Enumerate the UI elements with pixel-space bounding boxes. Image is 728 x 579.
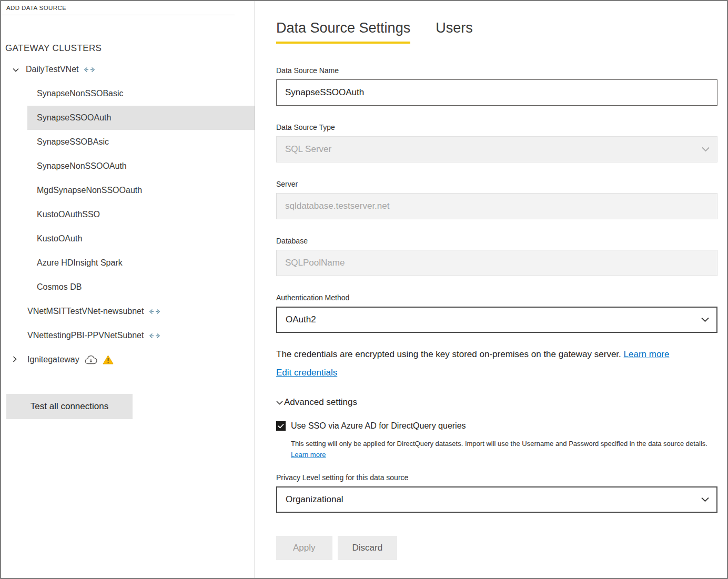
cluster-vnettestingpbi[interactable]: VNettestingPBI-PPVNetSubnet xyxy=(1,323,255,348)
edit-credentials-link[interactable]: Edit credentials xyxy=(276,368,337,378)
datasource-item[interactable]: MgdSynapseNonSSOOauth xyxy=(1,178,255,202)
sso-learn-more-link[interactable]: Learn more xyxy=(291,451,326,459)
privacy-level-select[interactable]: Organizational xyxy=(276,486,717,513)
data-source-settings-panel: Data Source Settings Users Data Source N… xyxy=(255,1,727,578)
chevron-down-icon xyxy=(13,65,19,74)
data-source-type-label: Data Source Type xyxy=(276,123,717,132)
cluster-label: VNettestingPBI-PPVNetSubnet xyxy=(27,331,144,340)
field-database: Database xyxy=(276,236,717,276)
auth-method-value: OAuth2 xyxy=(286,314,316,325)
chevron-down-icon xyxy=(701,318,709,322)
check-icon xyxy=(278,423,284,429)
server-label: Server xyxy=(276,179,717,189)
cluster-ignitegateway[interactable]: Ignitegateway xyxy=(1,348,255,372)
chevron-down-icon xyxy=(276,401,283,405)
datasource-item[interactable]: SynapseSSOBAsic xyxy=(1,130,255,154)
tab-data-source-settings[interactable]: Data Source Settings xyxy=(276,20,410,44)
warning-icon xyxy=(103,355,114,364)
gateway-clusters-heading: GATEWAY CLUSTERS xyxy=(5,43,255,54)
cluster-dailytestvnet[interactable]: DailyTestVNet xyxy=(1,57,255,82)
datasource-item[interactable]: SynapseNonSSOOAuth xyxy=(1,154,255,178)
field-privacy-level: Privacy Level setting for this data sour… xyxy=(276,473,717,513)
database-label: Database xyxy=(276,236,717,246)
vnet-double-arrow-icon xyxy=(149,333,160,339)
datasource-label: KustoOAuthSSO xyxy=(37,210,100,219)
privacy-level-value: Organizational xyxy=(286,494,343,505)
credentials-note-text: The credentials are encrypted using the … xyxy=(276,349,621,359)
datasource-item[interactable]: KustoOAuthSSO xyxy=(1,202,255,227)
tab-users[interactable]: Users xyxy=(436,20,473,44)
discard-button[interactable]: Discard xyxy=(338,536,398,560)
data-source-name-label: Data Source Name xyxy=(276,66,717,75)
auth-method-select[interactable]: OAuth2 xyxy=(276,307,717,333)
learn-more-link[interactable]: Learn more xyxy=(624,349,670,359)
credentials-note: The credentials are encrypted using the … xyxy=(276,348,717,361)
database-input xyxy=(276,250,717,276)
datasource-label: MgdSynapseNonSSOOauth xyxy=(37,186,142,195)
datasource-item[interactable]: KustoOAuth xyxy=(1,227,255,251)
sidebar-divider xyxy=(1,15,235,15)
add-data-source-button[interactable]: ADD DATA SOURCE xyxy=(1,1,255,15)
cluster-label: Ignitegateway xyxy=(27,355,79,364)
sso-checkbox-label: Use SSO via Azure AD for DirectQuery que… xyxy=(291,421,466,431)
datasource-label: Cosmos DB xyxy=(37,282,82,292)
data-source-form: Data Source Name Data Source Type SQL Se… xyxy=(276,66,717,560)
datasource-item-selected[interactable]: SynapseSSOOAuth xyxy=(27,106,255,130)
sso-helper-text: This setting will only be applied for Di… xyxy=(291,438,717,460)
chevron-right-icon xyxy=(13,355,17,364)
cluster-label: VNetMSITTestVNet-newsubnet xyxy=(27,307,144,316)
test-all-connections-button[interactable]: Test all connections xyxy=(6,394,133,419)
datasource-item[interactable]: Azure HDInsight Spark xyxy=(1,251,255,275)
datasource-item[interactable]: Cosmos DB xyxy=(1,275,255,299)
privacy-level-label: Privacy Level setting for this data sour… xyxy=(276,473,717,482)
datasource-label: SynapseSSOBAsic xyxy=(37,137,109,147)
gateway-sidebar: ADD DATA SOURCE GATEWAY CLUSTERS DailyTe… xyxy=(1,1,255,578)
datasource-label: SynapseSSOOAuth xyxy=(37,113,111,123)
data-source-type-select: SQL Server xyxy=(276,136,717,162)
advanced-settings-toggle[interactable]: Advanced settings xyxy=(276,397,357,408)
sso-checkbox-row: Use SSO via Azure AD for DirectQuery que… xyxy=(276,421,717,431)
datasource-item[interactable]: SynapseNonSSOBasic xyxy=(1,82,255,106)
cluster-tree: DailyTestVNet SynapseNonSSOBasic Synapse… xyxy=(1,57,255,372)
datasource-label: KustoOAuth xyxy=(37,234,82,243)
field-data-source-name: Data Source Name xyxy=(276,66,717,106)
field-server: Server xyxy=(276,179,717,219)
data-source-name-input[interactable] xyxy=(276,79,717,106)
field-data-source-type: Data Source Type SQL Server xyxy=(276,123,717,162)
data-source-type-value: SQL Server xyxy=(285,144,331,155)
chevron-down-icon xyxy=(702,147,710,152)
tab-bar: Data Source Settings Users xyxy=(276,20,717,44)
datasource-label: SynapseNonSSOOAuth xyxy=(37,161,127,171)
cloud-gateway-icon xyxy=(85,355,97,364)
vnet-double-arrow-icon xyxy=(84,67,95,73)
sso-helper-text-body: This setting will only be applied for Di… xyxy=(291,440,707,448)
auth-method-label: Authentication Method xyxy=(276,293,717,302)
vnet-double-arrow-icon xyxy=(149,309,160,314)
field-auth-method: Authentication Method OAuth2 xyxy=(276,293,717,333)
cluster-vnetmsittestvnet[interactable]: VNetMSITTestVNet-newsubnet xyxy=(1,299,255,323)
form-actions: Apply Discard xyxy=(276,536,717,560)
advanced-settings-label: Advanced settings xyxy=(284,397,357,408)
sso-checkbox[interactable] xyxy=(276,421,286,431)
datasource-label: SynapseNonSSOBasic xyxy=(37,89,124,98)
server-input xyxy=(276,193,717,219)
datasource-label: Azure HDInsight Spark xyxy=(37,258,123,268)
cluster-label: DailyTestVNet xyxy=(26,65,78,74)
apply-button[interactable]: Apply xyxy=(276,536,332,560)
chevron-down-icon xyxy=(701,497,709,502)
